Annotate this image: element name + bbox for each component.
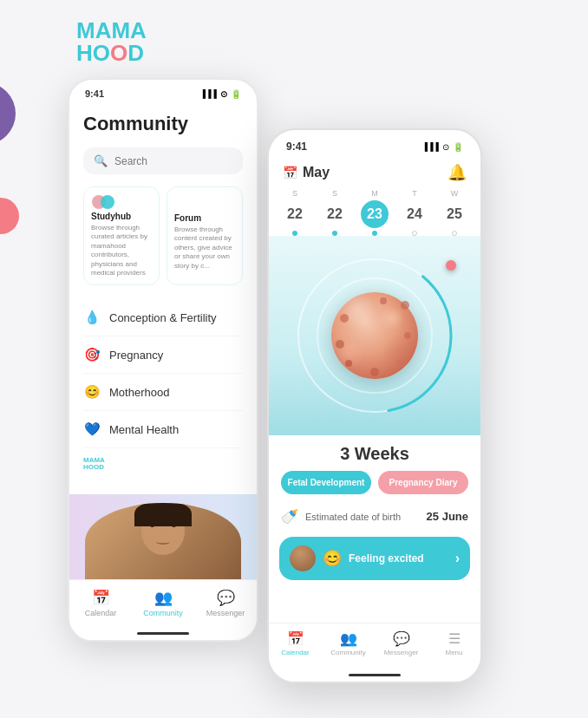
day-num-1: 22	[321, 200, 349, 228]
phone1-time: 9:41	[85, 88, 104, 99]
studyhub-icon	[91, 194, 115, 210]
day-name-2: M	[371, 189, 378, 198]
categories-list: 💧 Conception & Fertility 🎯 Pregnancy 😊 M…	[83, 299, 243, 448]
nav-calendar-label: Calendar	[85, 609, 117, 617]
day-col-3[interactable]: T 24	[395, 189, 434, 236]
phone1-content: Community 🔍 Studyhub Browse through cura…	[69, 102, 257, 459]
p2-calendar-icon: 📅	[287, 630, 304, 647]
day-num-0: 22	[281, 200, 309, 228]
day-col-0[interactable]: S 22	[276, 189, 314, 236]
category-conception[interactable]: 💧 Conception & Fertility	[83, 299, 243, 336]
feeling-arrow-icon: ›	[455, 551, 460, 566]
pregnancy-diary-button[interactable]: Pregnancy Diary	[378, 471, 468, 494]
day-col-4[interactable]: W 25	[435, 189, 474, 236]
search-bar[interactable]: 🔍	[83, 147, 243, 174]
cards-row: Studyhub Browse through curated articles…	[83, 186, 243, 285]
baby-icon: 🍼	[281, 508, 298, 525]
fetal-development-button[interactable]: Fetal Development	[281, 471, 371, 494]
p2-nav-messenger[interactable]: 💬 Messenger	[375, 630, 428, 656]
forum-desc: Browse through content created by others…	[174, 225, 235, 271]
phone1-status-bar: 9:41 ▐▐▐ ⊙ 🔋	[69, 80, 257, 102]
p2-wifi-icon: ⊙	[442, 142, 449, 152]
nav-community-label: Community	[143, 609, 183, 617]
phone1-community: 9:41 ▐▐▐ ⊙ 🔋 Community 🔍 Studyhub Browse…	[68, 78, 258, 642]
day-num-2: 23	[361, 200, 389, 228]
p2-calendar-label: Calendar	[281, 649, 309, 656]
mamahood-small-logo: MAMA HOOD	[83, 457, 105, 471]
feeling-avatar	[290, 545, 316, 571]
notification-icon[interactable]: 🔔	[448, 163, 467, 182]
pink-dot-indicator	[446, 260, 456, 271]
search-input[interactable]	[114, 155, 232, 167]
p2-nav-community[interactable]: 👥 Community	[322, 630, 375, 656]
cycle-visualization	[269, 236, 480, 435]
phone1-title: Community	[83, 113, 243, 135]
phone2-calendar: 9:41 ▐▐▐ ⊙ 🔋 📅 May 🔔 S 22 S 22 M 23	[267, 128, 482, 683]
svg-point-11	[345, 360, 352, 367]
app-logo: MAMA HOOD	[76, 19, 147, 64]
phone1-status-icons: ▐▐▐ ⊙ 🔋	[200, 89, 241, 99]
day-num-3: 24	[401, 200, 428, 228]
profile-bg	[69, 494, 257, 581]
p2-messenger-label: Messenger	[384, 649, 419, 656]
signal-icon: ▐▐▐	[200, 89, 217, 98]
svg-point-12	[380, 297, 387, 304]
phone2-status-icons: ▐▐▐ ⊙ 🔋	[422, 142, 463, 152]
calendar-header: 📅 May 🔔	[269, 158, 480, 189]
week-strip: S 22 S 22 M 23 T 24 W 25	[269, 189, 480, 236]
svg-point-8	[396, 359, 405, 368]
mental-health-label: Mental Health	[109, 423, 179, 436]
p2-battery-icon: 🔋	[453, 142, 463, 152]
p2-community-icon: 👥	[340, 630, 357, 647]
pregnancy-icon: 🎯	[83, 346, 101, 363]
p2-nav-menu[interactable]: ☰ Menu	[428, 630, 480, 656]
svg-point-10	[404, 332, 411, 339]
category-motherhood[interactable]: 😊 Motherhood	[83, 374, 243, 411]
logo-ho: HO	[76, 40, 110, 66]
day-col-1[interactable]: S 22	[316, 189, 354, 236]
nav-messenger-label: Messenger	[206, 609, 245, 617]
nav-calendar[interactable]: 📅 Calendar	[69, 589, 132, 617]
day-num-4: 25	[441, 200, 468, 228]
logo-d: D	[127, 40, 144, 66]
pink-blob	[0, 198, 19, 234]
birth-date-left: 🍼 Estimated date of birth	[281, 508, 401, 525]
forum-title: Forum	[174, 213, 235, 223]
category-pregnancy[interactable]: 🎯 Pregnancy	[83, 336, 243, 374]
feeling-row[interactable]: 😊 Feeling excited ›	[279, 537, 470, 580]
motherhood-label: Motherhood	[109, 386, 169, 399]
p2-menu-label: Menu	[445, 649, 462, 656]
day-name-1: S	[332, 189, 337, 198]
egg-visualization	[331, 292, 418, 379]
battery-icon: 🔋	[231, 89, 241, 99]
phone2-status-bar: 9:41 ▐▐▐ ⊙ 🔋	[269, 130, 480, 158]
day-col-2[interactable]: M 23	[356, 189, 394, 236]
conception-label: Conception & Fertility	[109, 311, 217, 324]
nav-community[interactable]: 👥 Community	[132, 589, 194, 617]
studyhub-card[interactable]: Studyhub Browse through curated articles…	[83, 186, 160, 285]
birth-date-value: 25 June	[427, 510, 468, 523]
weeks-label: 3 Weeks	[269, 435, 480, 471]
birth-date-row: 🍼 Estimated date of birth 25 June	[269, 503, 480, 530]
logo-o1: O	[110, 40, 127, 66]
egg-cells-svg	[331, 292, 418, 379]
p2-messenger-icon: 💬	[393, 630, 410, 647]
phone2-time: 9:41	[286, 140, 307, 153]
messenger-nav-icon: 💬	[217, 589, 235, 607]
svg-point-5	[340, 314, 349, 323]
action-buttons: Fetal Development Pregnancy Diary	[269, 471, 480, 494]
motherhood-icon: 😊	[83, 383, 101, 401]
wifi-icon: ⊙	[220, 89, 227, 99]
svg-point-9	[370, 368, 379, 376]
calendar-nav-icon: 📅	[92, 589, 110, 607]
nav-messenger[interactable]: 💬 Messenger	[194, 589, 257, 617]
birth-label: Estimated date of birth	[305, 512, 401, 522]
svg-point-7	[336, 340, 344, 349]
category-mental-health[interactable]: 💙 Mental Health	[83, 411, 243, 448]
p2-nav-calendar[interactable]: 📅 Calendar	[269, 630, 322, 656]
mental-health-icon: 💙	[83, 421, 101, 438]
svg-point-1	[101, 195, 114, 209]
phone2-bottom-nav: 📅 Calendar 👥 Community 💬 Messenger ☰ Men…	[269, 623, 480, 682]
purple-blob	[0, 82, 16, 145]
forum-card[interactable]: Forum Browse through content created by …	[167, 186, 243, 285]
